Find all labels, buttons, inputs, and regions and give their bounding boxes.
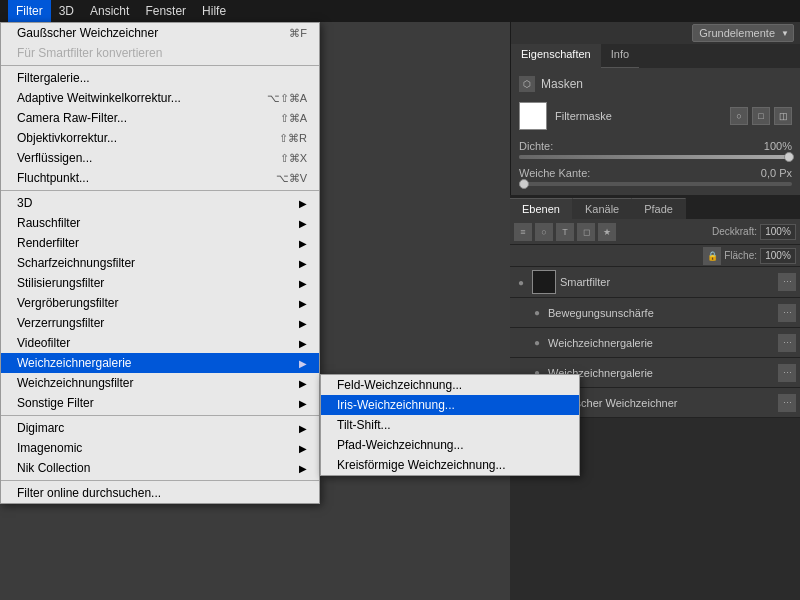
submenu-kreisfoermig[interactable]: Kreisförmige Weichzeichnung... xyxy=(321,455,579,475)
weiche-kante-slider[interactable] xyxy=(519,182,792,186)
layers-smart-icon[interactable]: ★ xyxy=(598,223,616,241)
divider-3 xyxy=(1,415,319,416)
grundelemente-dropdown[interactable]: Grundelemente xyxy=(692,24,794,42)
properties-tabs: Eigenschaften Info xyxy=(511,44,800,68)
layer-options-1[interactable]: ⋯ xyxy=(778,304,796,322)
menu-bar: Filter 3D Ansicht Fenster Hilfe xyxy=(0,0,800,22)
weiche-kante-value: 0,0 Px xyxy=(761,167,792,179)
fm-icon-3[interactable]: ◫ xyxy=(774,107,792,125)
menu-camera-raw[interactable]: Camera Raw-Filter... ⇧⌘A xyxy=(1,108,319,128)
filter-dropdown-menu: Gaußscher Weichzeichner ⌘F Für Smartfilt… xyxy=(0,22,320,504)
menu-digimarc[interactable]: Digimarc ▶ xyxy=(1,418,319,438)
menu-objektivkorrektur[interactable]: Objektivkorrektur... ⇧⌘R xyxy=(1,128,319,148)
properties-panel: Eigenschaften Info ⬡ Masken Filtermaske … xyxy=(511,44,800,203)
dichte-value: 100% xyxy=(764,140,792,152)
menu-verfluessigen[interactable]: Verflüssigen... ⇧⌘X xyxy=(1,148,319,168)
weichzeichner-submenu: Feld-Weichzeichnung... Iris-Weichzeichnu… xyxy=(320,374,580,476)
tab-pfade[interactable]: Pfade xyxy=(632,198,686,219)
dichte-row: Dichte: 100% xyxy=(519,140,792,159)
layer-bewegung[interactable]: ● Bewegungsunschärfe ⋯ xyxy=(510,298,800,328)
layer-options-2[interactable]: ⋯ xyxy=(778,334,796,352)
eye-icon-2[interactable]: ● xyxy=(530,336,544,350)
panel-top-bar: Grundelemente xyxy=(511,22,800,44)
tab-kanaele[interactable]: Kanäle xyxy=(573,198,632,219)
deckkraft-value[interactable]: 100% xyxy=(760,224,796,240)
dichte-slider[interactable] xyxy=(519,155,792,159)
menu-sonstige[interactable]: Sonstige Filter ▶ xyxy=(1,393,319,413)
menu-smartfilter: Für Smartfilter konvertieren xyxy=(1,43,319,63)
eye-icon-1[interactable]: ● xyxy=(530,306,544,320)
deckkraft-label: Deckkraft: xyxy=(712,226,757,237)
layers-tabs: Ebenen Kanäle Pfade xyxy=(510,195,800,219)
menu-gausscher[interactable]: Gaußscher Weichzeichner ⌘F xyxy=(1,23,319,43)
menu-3d[interactable]: 3D xyxy=(51,0,82,22)
filtermaske-thumb xyxy=(519,102,547,130)
divider-4 xyxy=(1,480,319,481)
menu-weichzeichnungsfilter[interactable]: Weichzeichnungsfilter ▶ xyxy=(1,373,319,393)
layer-name-0: Smartfilter xyxy=(560,276,774,288)
layer-name-3: Weichzeichnergalerie xyxy=(548,367,774,379)
menu-weichzeichnergalerie[interactable]: Weichzeichnergalerie ▶ xyxy=(1,353,319,373)
weiche-kante-label: Weiche Kante: xyxy=(519,167,590,179)
divider-2 xyxy=(1,190,319,191)
submenu-iris[interactable]: Iris-Weichzeichnung... xyxy=(321,395,579,415)
submenu-tilt[interactable]: Tilt-Shift... xyxy=(321,415,579,435)
flaeche-value[interactable]: 100% xyxy=(760,248,796,264)
tab-eigenschaften[interactable]: Eigenschaften xyxy=(511,44,601,68)
layer-options-3[interactable]: ⋯ xyxy=(778,364,796,382)
tab-info[interactable]: Info xyxy=(601,44,639,68)
mask-label: Masken xyxy=(541,77,583,91)
menu-hilfe[interactable]: Hilfe xyxy=(194,0,234,22)
menu-adaptive[interactable]: Adaptive Weitwinkelkorrektur... ⌥⇧⌘A xyxy=(1,88,319,108)
layer-name-4: Gaußscher Weichzeichner xyxy=(548,397,774,409)
layers-filter-icon[interactable]: ≡ xyxy=(514,223,532,241)
divider-1 xyxy=(1,65,319,66)
menu-ansicht[interactable]: Ansicht xyxy=(82,0,137,22)
menu-scharfzeichnung[interactable]: Scharfzeichnungsfilter ▶ xyxy=(1,253,319,273)
dichte-label: Dichte: xyxy=(519,140,553,152)
flaeche-label: Fläche: xyxy=(724,250,757,261)
layer-smartfilter[interactable]: ● Smartfilter ⋯ xyxy=(510,267,800,298)
layers-row2: 🔒 Fläche: 100% xyxy=(510,245,800,267)
submenu-pfad[interactable]: Pfad-Weichzeichnung... xyxy=(321,435,579,455)
layer-name-1: Bewegungsunschärfe xyxy=(548,307,774,319)
menu-3d-sub[interactable]: 3D ▶ xyxy=(1,193,319,213)
layer-options-4[interactable]: ⋯ xyxy=(778,394,796,412)
properties-body: ⬡ Masken Filtermaske ○ □ ◫ Dichte: 100% xyxy=(511,68,800,202)
layer-thumb-0 xyxy=(532,270,556,294)
menu-filter-online[interactable]: Filter online durchsuchen... xyxy=(1,483,319,503)
menu-stilisierung[interactable]: Stilisierungsfilter ▶ xyxy=(1,273,319,293)
layer-weichzeichner-1[interactable]: ● Weichzeichnergalerie ⋯ xyxy=(510,328,800,358)
mask-header: ⬡ Masken xyxy=(519,76,792,92)
menu-imagenomic[interactable]: Imagenomic ▶ xyxy=(1,438,319,458)
menu-rauschfilter[interactable]: Rauschfilter ▶ xyxy=(1,213,319,233)
filtermaske-icons: ○ □ ◫ xyxy=(730,107,792,125)
menu-videofilter[interactable]: Videofilter ▶ xyxy=(1,333,319,353)
layers-shape-icon[interactable]: ◻ xyxy=(577,223,595,241)
tab-ebenen[interactable]: Ebenen xyxy=(510,198,573,219)
menu-verzerrung[interactable]: Verzerrungsfilter ▶ xyxy=(1,313,319,333)
menu-nik-collection[interactable]: Nik Collection ▶ xyxy=(1,458,319,478)
menu-renderfilter[interactable]: Renderfilter ▶ xyxy=(1,233,319,253)
menu-filter[interactable]: Filter xyxy=(8,0,51,22)
layer-name-2: Weichzeichnergalerie xyxy=(548,337,774,349)
filtermaske-label: Filtermaske xyxy=(555,110,722,122)
layers-toolbar: ≡ ○ T ◻ ★ Deckkraft: 100% xyxy=(510,219,800,245)
mask-icon: ⬡ xyxy=(519,76,535,92)
weiche-kante-row: Weiche Kante: 0,0 Px xyxy=(519,167,792,186)
menu-fluchtpunkt[interactable]: Fluchtpunkt... ⌥⌘V xyxy=(1,168,319,188)
menu-filtergalerie[interactable]: Filtergalerie... xyxy=(1,68,319,88)
fm-icon-2[interactable]: □ xyxy=(752,107,770,125)
eye-icon-0[interactable]: ● xyxy=(514,275,528,289)
layer-options-0[interactable]: ⋯ xyxy=(778,273,796,291)
layers-type-icon[interactable]: T xyxy=(556,223,574,241)
layers-mode-icon[interactable]: ○ xyxy=(535,223,553,241)
fm-icon-1[interactable]: ○ xyxy=(730,107,748,125)
menu-fenster[interactable]: Fenster xyxy=(137,0,194,22)
menu-vergroeberung[interactable]: Vergröberungsfilter ▶ xyxy=(1,293,319,313)
filtermaske-row: Filtermaske ○ □ ◫ xyxy=(519,102,792,130)
submenu-feld[interactable]: Feld-Weichzeichnung... xyxy=(321,375,579,395)
lock-icon[interactable]: 🔒 xyxy=(703,247,721,265)
